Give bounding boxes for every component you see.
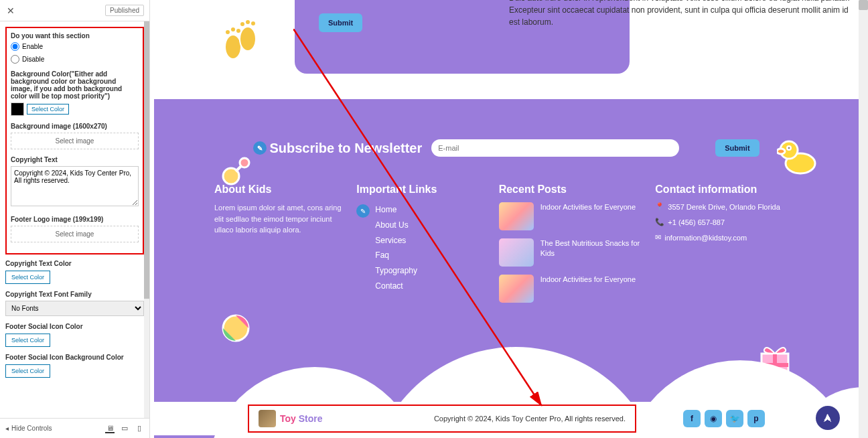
sidebar-footer: ◂ Hide Controls 🖥 ▭ ▯: [0, 418, 149, 438]
post-title: The Best Nutritious Snacks for Kids: [540, 238, 642, 259]
published-badge: Published: [105, 5, 144, 16]
svg-point-4: [236, 28, 241, 33]
post-thumbnail: [499, 275, 534, 303]
post-title: Indoor Activities for Everyone: [540, 275, 636, 285]
list-item[interactable]: About Us: [375, 218, 417, 233]
preview-pane: Submit Duis aute irure dolor in reprehen…: [150, 0, 868, 438]
post-thumbnail: [499, 238, 534, 267]
copyright-textarea[interactable]: Copyright © 2024, Kids Toy Center Pro, A…: [11, 166, 139, 206]
svg-point-0: [225, 35, 241, 59]
links-title: Important Links: [356, 184, 485, 196]
select-bg-image-button[interactable]: Select image: [11, 133, 139, 149]
svg-point-2: [225, 29, 230, 35]
footprints-decoration: [221, 20, 261, 67]
svg-line-10: [236, 166, 241, 171]
footer-logo-image: [259, 410, 276, 427]
newsletter-submit-button[interactable]: Submit: [715, 139, 759, 157]
select-logo-image-button[interactable]: Select image: [11, 226, 139, 242]
edit-icon[interactable]: ✎: [356, 204, 370, 218]
about-text: Lorem ipsum dolor sit amet, cons aring e…: [214, 202, 343, 236]
bg-color-label: Background Color("Either add background …: [11, 70, 139, 100]
enable-radio-row[interactable]: Enable: [11, 42, 139, 51]
svg-point-3: [230, 27, 236, 32]
phone-text: +1 (456) 657-887: [668, 218, 725, 226]
post-thumbnail: [499, 202, 534, 230]
sidebar-scrollbar[interactable]: [144, 21, 149, 418]
logo-store-text: Store: [299, 413, 323, 424]
newsletter-row: ✎ Subscribe to Newsletter Submit: [154, 99, 859, 177]
hide-controls-label: Hide Controls: [11, 425, 52, 432]
form-submit-button[interactable]: Submit: [319, 13, 362, 32]
hide-controls-button[interactable]: ◂ Hide Controls: [5, 425, 52, 432]
links-column: Important Links ✎ Home About Us Services…: [356, 184, 485, 311]
social-icon-color-button[interactable]: Select Color: [5, 334, 50, 347]
svg-point-9: [240, 158, 249, 167]
disable-label: Disable: [22, 56, 44, 63]
enable-label: Enable: [22, 43, 43, 50]
disable-radio-row[interactable]: Disable: [11, 55, 139, 64]
social-icon-bg-label: Footer Social Icon Background Color: [5, 354, 144, 361]
contact-address: 📍 3557 Derek Drive, Orlando Florida: [655, 202, 798, 211]
collapse-icon: ◂: [5, 425, 9, 432]
footer-logo: Toy Store: [259, 410, 323, 427]
posts-title: Recent Posts: [499, 184, 642, 196]
email-input[interactable]: [431, 139, 679, 157]
about-column: About Kids Lorem ipsum dolor sit amet, c…: [214, 184, 343, 311]
contact-title: Contact information: [655, 184, 798, 196]
copyright-text: Copyright © 2024, Kids Toy Center Pro, A…: [434, 415, 626, 423]
copyright-color-label: Copyright Text Color: [5, 260, 144, 267]
preview-scrollbar[interactable]: [859, 0, 868, 438]
duck-decoration: [777, 138, 818, 175]
footer-logo-label: Footer Logo image (199x199): [11, 216, 139, 223]
select-color-button[interactable]: Select Color: [27, 104, 69, 115]
list-item[interactable]: Typography: [375, 263, 417, 279]
phone-icon: 📞: [655, 218, 664, 226]
newsletter-title: ✎ Subscribe to Newsletter: [253, 141, 422, 156]
contact-phone: 📞 +1 (456) 657-887: [655, 218, 798, 226]
highlighted-section: Do you want this section Enable Disable …: [5, 27, 144, 254]
tablet-icon[interactable]: ▭: [120, 424, 129, 433]
footer-bar-highlighted: Toy Store Copyright © 2024, Kids Toy Cen…: [248, 405, 636, 433]
edit-icon[interactable]: ✎: [253, 141, 267, 155]
bg-image-label: Background image (1600x270): [11, 123, 139, 130]
sidebar-header: ✕ Published: [0, 0, 149, 21]
mail-icon: ✉: [655, 233, 661, 242]
copyright-color-button[interactable]: Select Color: [5, 271, 50, 284]
footer-section: ✎ Subscribe to Newsletter Submit About K…: [154, 99, 859, 438]
instagram-icon[interactable]: ◉: [705, 410, 722, 427]
footer-bar: Toy Store Copyright © 2024, Kids Toy Cen…: [154, 402, 859, 435]
logo-toy-text: Toy: [280, 413, 296, 424]
newsletter-title-text: Subscribe to Newsletter: [269, 141, 422, 156]
twitter-icon[interactable]: 🐦: [726, 410, 743, 427]
lorem-paragraph: Duis aute irure dolor in reprehenderit i…: [509, 0, 851, 28]
facebook-icon[interactable]: f: [683, 410, 701, 427]
sidebar-scroll-thumb[interactable]: [144, 21, 149, 299]
copyright-font-label: Copyright Text Font Family: [5, 291, 144, 298]
pinterest-icon[interactable]: p: [747, 410, 765, 427]
footer-columns: About Kids Lorem ipsum dolor sit amet, c…: [154, 177, 859, 351]
svg-point-14: [788, 147, 791, 150]
list-item[interactable]: Services: [375, 233, 417, 248]
rattle-decoration: [221, 153, 255, 186]
enable-radio[interactable]: [11, 42, 19, 51]
post-item[interactable]: Indoor Activities for Everyone: [499, 275, 642, 303]
scroll-top-button[interactable]: ⮝: [816, 406, 840, 430]
mobile-icon[interactable]: ▯: [135, 424, 144, 433]
preview-scroll-thumb[interactable]: [859, 0, 868, 10]
sidebar-content: Do you want this section Enable Disable …: [0, 21, 149, 418]
bg-color-swatch[interactable]: [11, 102, 24, 116]
post-item[interactable]: The Best Nutritious Snacks for Kids: [499, 238, 642, 267]
list-item[interactable]: Faq: [375, 248, 417, 263]
disable-radio[interactable]: [11, 55, 19, 64]
list-item[interactable]: Home: [375, 202, 417, 218]
font-select[interactable]: No Fonts: [5, 301, 144, 316]
address-text: 3557 Derek Drive, Orlando Florida: [668, 203, 780, 211]
contact-column: Contact information 📍 3557 Derek Drive, …: [655, 184, 798, 311]
desktop-icon[interactable]: 🖥: [105, 424, 115, 433]
post-item[interactable]: Indoor Activities for Everyone: [499, 202, 642, 230]
close-icon[interactable]: ✕: [5, 5, 16, 16]
email-text: information@kidstoy.com: [664, 234, 747, 242]
list-item[interactable]: Contact: [375, 279, 417, 294]
social-icon-bg-button[interactable]: Select Color: [5, 364, 50, 378]
want-section-label: Do you want this section: [11, 32, 139, 40]
